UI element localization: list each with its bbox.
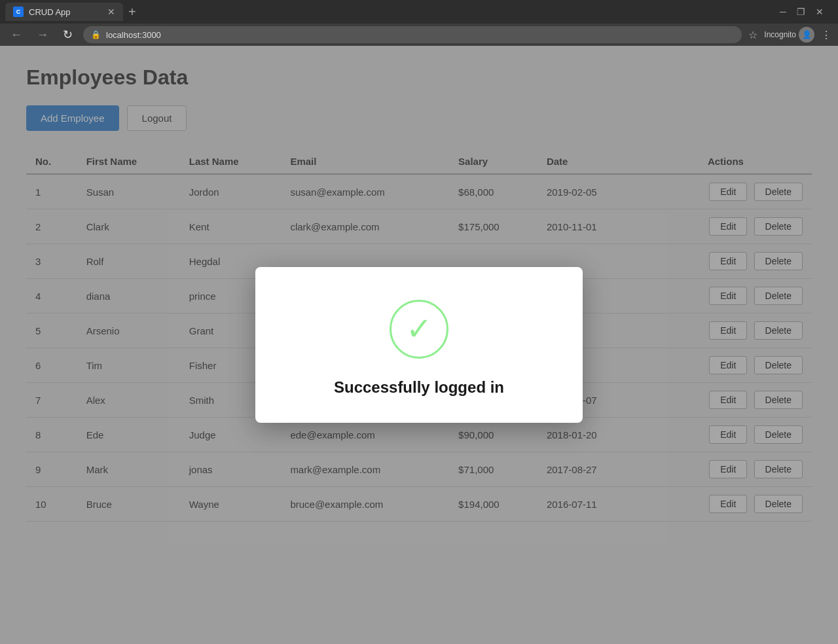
success-message: Successfully logged in: [334, 378, 504, 397]
bookmark-icon[interactable]: ☆: [748, 29, 757, 41]
minimize-button[interactable]: ─: [776, 7, 790, 17]
check-icon: ✓: [406, 313, 432, 345]
success-modal: ✓ Successfully logged in: [255, 267, 583, 423]
tab-favicon: C: [13, 7, 24, 17]
back-button[interactable]: ←: [7, 27, 26, 43]
address-bar[interactable]: 🔒 localhost:3000: [83, 26, 742, 43]
restore-button[interactable]: ❐: [793, 7, 809, 17]
more-menu-icon[interactable]: ⋮: [821, 29, 831, 41]
browser-actions: ☆ Incognito 👤 ⋮: [748, 27, 831, 43]
browser-chrome: C CRUD App ✕ + ─ ❐ ✕ ← → ↻ 🔒 localhost:3…: [0, 0, 838, 46]
refresh-button[interactable]: ↻: [59, 26, 77, 43]
browser-controls: ← → ↻ 🔒 localhost:3000 ☆ Incognito 👤 ⋮: [0, 24, 838, 46]
tab-close-button[interactable]: ✕: [107, 7, 115, 17]
browser-titlebar: C CRUD App ✕ + ─ ❐ ✕: [0, 0, 838, 24]
incognito-label: Incognito: [764, 30, 796, 39]
forward-button[interactable]: →: [33, 27, 52, 43]
address-url: localhost:3000: [106, 30, 161, 40]
window-controls: ─ ❐ ✕: [771, 7, 833, 17]
incognito-avatar: 👤: [799, 27, 814, 43]
success-circle: ✓: [390, 300, 448, 359]
lock-icon: 🔒: [91, 30, 101, 39]
browser-tab[interactable]: C CRUD App ✕: [5, 3, 123, 21]
modal-overlay: ✓ Successfully logged in: [0, 46, 838, 644]
new-tab-button[interactable]: +: [123, 5, 141, 20]
page-content: Employees Data Add Employee Logout No. F…: [0, 46, 838, 644]
tab-title: CRUD App: [29, 7, 71, 17]
incognito-area: Incognito 👤: [764, 27, 814, 43]
close-button[interactable]: ✕: [812, 7, 828, 17]
